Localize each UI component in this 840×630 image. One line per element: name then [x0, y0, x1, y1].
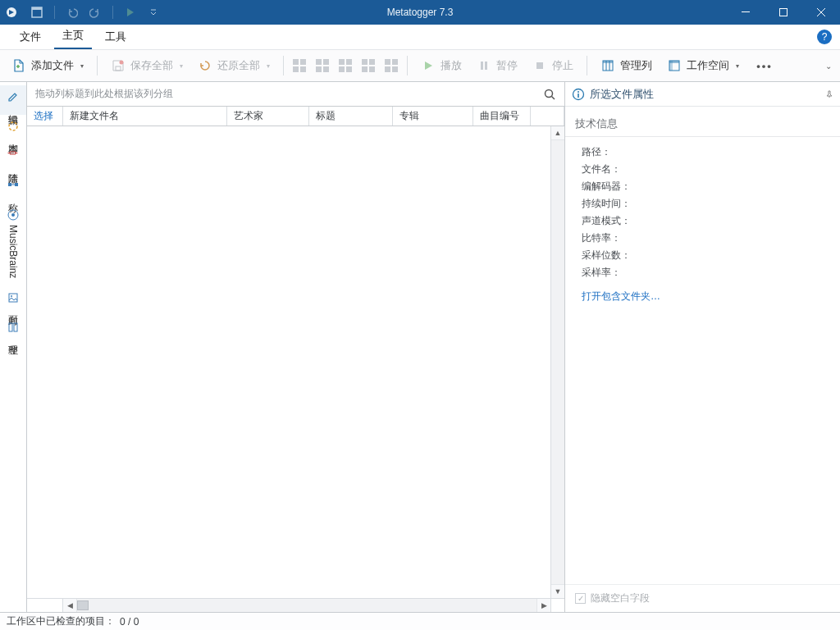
stop-label: 停止: [552, 58, 573, 73]
add-files-button[interactable]: 添加文件 ▾: [7, 55, 89, 76]
vertical-tabs: 编辑 脚本 清除 称 MusicBrainz 封面 整理: [0, 82, 27, 612]
hscroll-track[interactable]: [77, 599, 536, 612]
field-filename: 文件名：: [582, 162, 833, 176]
script-icon: [7, 120, 20, 133]
grid-view-icon-2[interactable]: [315, 58, 330, 73]
restore-all-button[interactable]: 还原全部 ▾: [193, 55, 275, 76]
scroll-right-icon[interactable]: ▶: [536, 599, 550, 612]
vtab-script[interactable]: 脚本: [7, 115, 20, 144]
undo-icon[interactable]: [65, 5, 80, 20]
svg-rect-5: [116, 66, 121, 71]
vtab-cover[interactable]: 封面: [7, 286, 20, 316]
grid-view-icon-4[interactable]: [361, 58, 376, 73]
restore-all-label: 还原全部: [217, 58, 260, 73]
scroll-track[interactable]: [551, 140, 564, 584]
workspace-label: 工作空间: [687, 58, 729, 73]
stop-button[interactable]: 停止: [527, 55, 578, 76]
vtab-edit[interactable]: 编辑: [0, 85, 26, 115]
horizontal-scrollbar[interactable]: ◀ ▶: [63, 599, 550, 612]
cover-icon: [7, 291, 20, 304]
field-path: 路径：: [582, 145, 833, 159]
hscroll-stub: [27, 599, 63, 612]
rows-area[interactable]: [27, 126, 550, 598]
workspace-button[interactable]: 工作空间 ▾: [662, 55, 744, 76]
svg-point-30: [578, 91, 579, 93]
svg-rect-25: [9, 323, 12, 331]
field-channels: 声道模式：: [582, 214, 833, 228]
separator: [407, 56, 408, 75]
play-icon[interactable]: [123, 5, 138, 20]
svg-rect-8: [485, 62, 487, 70]
grid-view-icon-5[interactable]: [384, 58, 399, 73]
field-codec: 编解码器：: [582, 180, 833, 194]
play-button[interactable]: 播放: [416, 55, 467, 76]
col-extra[interactable]: [531, 107, 564, 126]
vtab-lookup[interactable]: 称: [7, 174, 20, 203]
grid-panel: 拖动列标题到此处根据该列分组 选择 新建文件名 艺术家 标题 专辑 曲目编号 ▲…: [27, 82, 565, 612]
status-bar: 工作区中已检查的项目： 0 / 0: [0, 612, 840, 630]
vtab-organize[interactable]: 整理: [7, 316, 20, 345]
qat-dropdown-icon[interactable]: [146, 5, 161, 20]
scroll-down-icon[interactable]: ▼: [551, 584, 564, 598]
svg-rect-9: [536, 62, 543, 69]
close-button[interactable]: [802, 0, 840, 25]
hide-empty-checkbox[interactable]: ✓: [575, 593, 586, 604]
chevron-down-icon: ▾: [736, 62, 739, 70]
titlebar: Metatogger 7.3: [0, 0, 840, 25]
more-button[interactable]: •••: [749, 55, 777, 76]
col-album[interactable]: 专辑: [393, 107, 473, 126]
svg-rect-23: [9, 294, 17, 302]
column-headers: 选择 新建文件名 艺术家 标题 专辑 曲目编号: [27, 107, 564, 126]
group-panel[interactable]: 拖动列标题到此处根据该列分组: [27, 82, 564, 107]
maximize-button[interactable]: [765, 0, 802, 25]
pause-button[interactable]: 暂停: [472, 55, 523, 76]
svg-rect-2: [32, 7, 42, 10]
qat-window-icon[interactable]: [30, 5, 44, 20]
play-label: 播放: [441, 58, 462, 73]
chevron-down-icon: ▾: [80, 62, 84, 70]
pin-icon[interactable]: [825, 90, 833, 98]
grid-view-icon-1[interactable]: [292, 58, 307, 73]
col-track[interactable]: 曲目编号: [473, 107, 531, 126]
col-title[interactable]: 标题: [309, 107, 393, 126]
minimize-button[interactable]: [727, 0, 765, 25]
grid-body: ▲ ▼: [27, 126, 564, 598]
open-folder-link[interactable]: 打开包含文件夹…: [582, 290, 833, 304]
status-checked-label: 工作区中已检查的项目：: [7, 614, 115, 628]
svg-rect-4: [780, 9, 788, 16]
svg-point-24: [11, 295, 12, 297]
hscroll-thumb[interactable]: [77, 600, 89, 610]
scroll-up-icon[interactable]: ▲: [551, 126, 564, 140]
save-all-button[interactable]: 保存全部 ▾: [106, 55, 188, 76]
ribbon-toolbar: 添加文件 ▾ 保存全部 ▾ 还原全部 ▾ 播放 暂停 停止 管: [0, 49, 840, 82]
col-select[interactable]: 选择: [27, 107, 63, 126]
col-artist[interactable]: 艺术家: [227, 107, 309, 126]
chevron-down-icon: ▾: [267, 62, 270, 70]
svg-point-17: [9, 122, 17, 130]
tab-tools[interactable]: 工具: [97, 25, 135, 49]
panel-spacer: [565, 307, 840, 584]
save-icon: [111, 58, 126, 73]
menu-bar: 文件 主页 工具 ?: [0, 25, 840, 49]
manage-columns-label: 管理列: [620, 58, 652, 73]
grid-view-icon-3[interactable]: [338, 58, 353, 73]
help-icon[interactable]: ?: [817, 30, 832, 44]
app-icon: [5, 6, 18, 19]
field-duration: 持续时间：: [582, 197, 833, 211]
ribbon-collapse-icon[interactable]: ⌄: [825, 62, 832, 71]
svg-rect-18: [8, 183, 11, 186]
vertical-scrollbar[interactable]: ▲ ▼: [550, 126, 564, 598]
vtab-clean[interactable]: 清除: [7, 144, 20, 174]
tab-file[interactable]: 文件: [11, 25, 49, 49]
stop-icon: [532, 58, 547, 73]
redo-icon[interactable]: [88, 5, 103, 20]
svg-line-28: [552, 96, 555, 99]
tab-home[interactable]: 主页: [54, 23, 92, 49]
workspace-icon: [667, 58, 682, 73]
vtab-musicbrainz[interactable]: MusicBrainz: [7, 203, 20, 286]
window-title: Metatogger 7.3: [387, 7, 454, 18]
scroll-left-icon[interactable]: ◀: [63, 599, 77, 612]
manage-columns-button[interactable]: 管理列: [596, 55, 657, 76]
col-filename[interactable]: 新建文件名: [63, 107, 227, 126]
search-icon[interactable]: [543, 88, 556, 101]
